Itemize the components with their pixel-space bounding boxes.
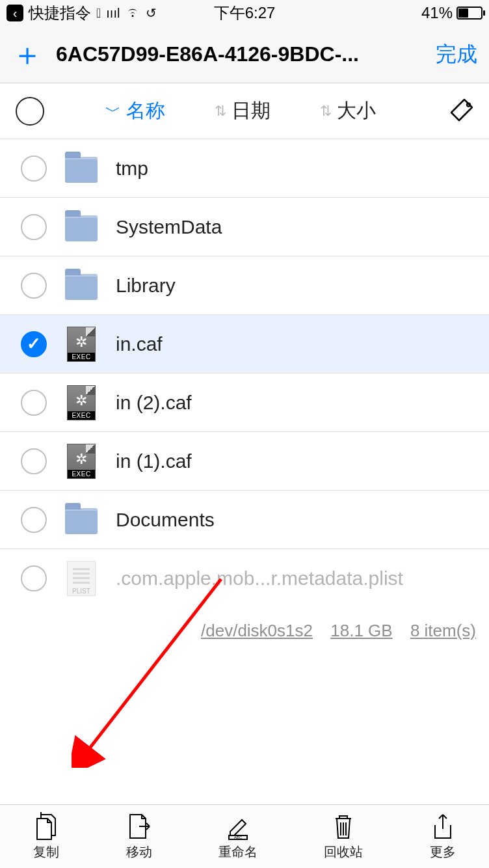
- file-row[interactable]: ✲EXECin (2).caf: [0, 373, 489, 432]
- file-name: in (2).caf: [116, 392, 476, 414]
- select-radio[interactable]: [21, 390, 47, 416]
- signal-bars-icon: ıııl: [106, 6, 120, 21]
- file-row[interactable]: tmp: [0, 139, 489, 198]
- chevron-down-icon: ﹀: [105, 101, 121, 122]
- plist-file-icon: PLIST: [65, 562, 98, 595]
- wifi-icon: [125, 6, 140, 21]
- file-row[interactable]: Library: [0, 256, 489, 315]
- status-app-name[interactable]: 快捷指令: [29, 3, 91, 23]
- add-button[interactable]: ＋: [12, 39, 43, 70]
- copy-icon: [33, 812, 59, 841]
- battery-percent: 41%: [421, 4, 453, 22]
- status-time: 下午6:27: [214, 3, 276, 23]
- file-name: in (1).caf: [116, 450, 476, 472]
- copy-label: 复制: [33, 843, 59, 861]
- select-radio[interactable]: [21, 331, 47, 357]
- file-row[interactable]: ✲EXECin.caf: [0, 315, 489, 373]
- done-button[interactable]: 完成: [436, 40, 477, 69]
- rename-icon: ABC: [225, 812, 251, 841]
- footer-info: /dev/disk0s1s2 18.1 GB 8 item(s): [0, 608, 489, 641]
- status-bar: ‹ 快捷指令 􀙇 ıııl ↺ 下午6:27 41%: [0, 0, 489, 26]
- file-name: Library: [116, 275, 476, 297]
- cellular-icon: 􀙇: [96, 6, 101, 21]
- bottom-toolbar: 复制 移动 ABC 重命名 回收站 更多: [0, 804, 489, 868]
- folder-icon: [65, 211, 98, 243]
- sort-size-label: 大小: [337, 98, 376, 124]
- file-list: tmpSystemDataLibrary✲EXECin.caf✲EXECin (…: [0, 139, 489, 608]
- move-button[interactable]: 移动: [126, 812, 152, 861]
- folder-icon: [65, 504, 98, 536]
- rename-button[interactable]: ABC 重命名: [218, 812, 258, 861]
- select-radio[interactable]: [21, 507, 47, 533]
- share-icon: [430, 812, 456, 841]
- nav-header: ＋ 6AC57D99-E86A-4126-9BDC-... 完成: [0, 26, 489, 83]
- file-row[interactable]: ✲EXECin (1).caf: [0, 432, 489, 491]
- sort-name-label: 名称: [126, 98, 165, 124]
- copy-button[interactable]: 复制: [33, 812, 59, 861]
- sort-by-size[interactable]: ⇅ 大小: [320, 98, 376, 124]
- back-chevron-icon[interactable]: ‹: [7, 5, 23, 21]
- page-title: 6AC57D99-E86A-4126-9BDC-...: [56, 42, 423, 66]
- trash-button[interactable]: 回收站: [324, 812, 363, 861]
- file-name: in.caf: [116, 333, 476, 355]
- disk-size[interactable]: 18.1 GB: [330, 621, 392, 640]
- exec-file-icon: ✲EXEC: [65, 445, 98, 478]
- sort-date-label: 日期: [231, 98, 271, 124]
- move-icon: [126, 812, 152, 841]
- more-button[interactable]: 更多: [430, 812, 456, 861]
- file-name: tmp: [116, 157, 476, 180]
- select-radio[interactable]: [21, 156, 47, 182]
- trash-label: 回收站: [324, 843, 363, 861]
- file-name: SystemData: [116, 216, 476, 238]
- sort-bar: ﹀ 名称 ⇅ 日期 ⇅ 大小: [0, 83, 489, 139]
- sort-by-date[interactable]: ⇅ 日期: [215, 98, 271, 124]
- file-row[interactable]: SystemData: [0, 198, 489, 256]
- more-label: 更多: [430, 843, 456, 861]
- disk-path[interactable]: /dev/disk0s1s2: [201, 621, 313, 640]
- sort-by-name[interactable]: ﹀ 名称: [105, 98, 165, 124]
- exec-file-icon: ✲EXEC: [65, 328, 98, 360]
- battery-icon: [456, 7, 482, 20]
- sort-updown-icon: ⇅: [215, 103, 226, 120]
- select-radio[interactable]: [21, 273, 47, 299]
- exec-file-icon: ✲EXEC: [65, 387, 98, 419]
- rename-label: 重命名: [218, 843, 258, 861]
- folder-icon: [65, 269, 98, 302]
- file-row[interactable]: Documents: [0, 491, 489, 549]
- file-name: Documents: [116, 509, 476, 531]
- location-icon: ↺: [146, 5, 157, 21]
- select-radio[interactable]: [21, 214, 47, 240]
- file-name: .com.apple.mob...r.metadata.plist: [116, 567, 476, 590]
- file-row[interactable]: PLIST.com.apple.mob...r.metadata.plist: [0, 549, 489, 608]
- item-count[interactable]: 8 item(s): [410, 621, 476, 640]
- tag-icon[interactable]: [447, 96, 476, 127]
- select-radio[interactable]: [21, 565, 47, 591]
- move-label: 移动: [126, 843, 152, 861]
- select-radio[interactable]: [21, 448, 47, 474]
- folder-icon: [65, 152, 98, 185]
- trash-icon: [330, 812, 356, 841]
- select-all-radio[interactable]: [16, 97, 44, 126]
- sort-updown-icon: ⇅: [320, 103, 332, 120]
- svg-text:ABC: ABC: [234, 835, 243, 839]
